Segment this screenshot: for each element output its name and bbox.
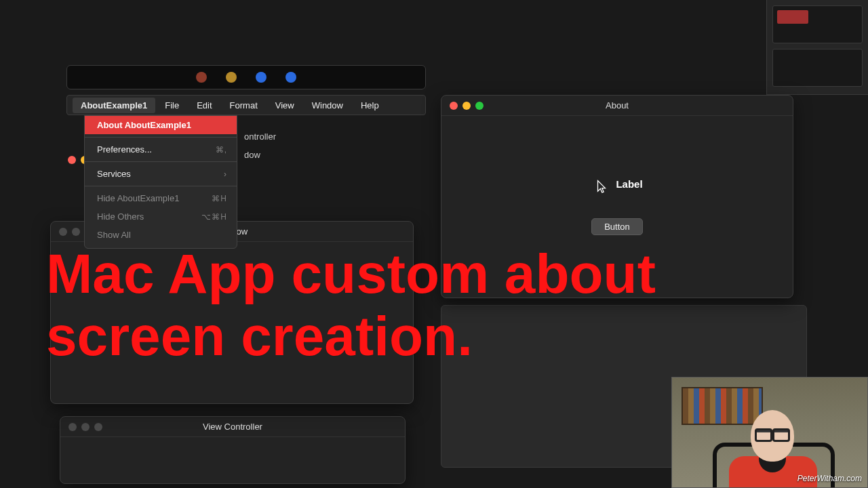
outline-row[interactable]: dow (237, 146, 346, 164)
zoom-dot[interactable] (94, 423, 102, 431)
menu-separator (85, 186, 237, 186)
menu-item[interactable]: Preferences...⌘, (85, 140, 237, 159)
menu-item-edit[interactable]: Edit (189, 98, 220, 113)
cursor-icon (596, 180, 607, 195)
preview-thumbnail (772, 5, 863, 43)
menu-shortcut: ⌥⌘H (201, 212, 227, 222)
webcam-credit: PeterWitham.com (797, 474, 862, 483)
menu-separator (85, 137, 237, 138)
xcode-toolbar (66, 65, 426, 89)
menu-item[interactable]: Hide AboutExample1⌘H (85, 189, 237, 207)
about-window[interactable]: About Label Button (441, 95, 793, 298)
menu-item-label: Preferences... (97, 144, 152, 155)
app-menubar: AboutExample1FileEditFormatViewWindowHel… (66, 95, 426, 115)
menu-item-format[interactable]: Format (222, 98, 266, 113)
window-title: View Controller (60, 422, 405, 432)
chevron-right-icon: › (224, 169, 227, 179)
about-button[interactable]: Button (591, 218, 643, 235)
window-title: About (441, 100, 793, 110)
menu-item-file[interactable]: File (157, 98, 187, 113)
menu-item-label: Services (97, 169, 131, 179)
menu-item[interactable]: Hide Others⌥⌘H (85, 207, 237, 226)
outline-row[interactable]: ontroller (237, 127, 346, 146)
minimize-dot[interactable] (81, 423, 90, 431)
preview-thumbnail (772, 49, 863, 87)
stop-icon[interactable] (196, 72, 207, 83)
preview-pane (766, 0, 868, 95)
menu-item-label: About AboutExample1 (97, 120, 191, 130)
menu-shortcut: ⌘, (216, 145, 227, 155)
window-titlebar[interactable]: About (441, 96, 793, 116)
menu-item-window[interactable]: Window (304, 98, 351, 113)
menu-item[interactable]: Services› (85, 165, 237, 183)
webcam-overlay: PeterWitham.com (671, 377, 868, 488)
menu-separator (85, 161, 237, 162)
menu-item[interactable]: About AboutExample1 (85, 116, 237, 134)
warn-icon[interactable] (226, 72, 237, 83)
minimize-dot[interactable] (462, 102, 471, 110)
menu-item-aboutexample1[interactable]: AboutExample1 (73, 98, 155, 113)
close-dot[interactable] (68, 156, 76, 164)
minimize-dot[interactable] (72, 228, 80, 236)
menu-item[interactable]: Show All (85, 226, 237, 244)
menu-shortcut: ⌘H (212, 194, 227, 203)
app-menu-dropdown: About AboutExample1Preferences...⌘,Servi… (84, 115, 237, 249)
outline-hint: ontroller dow (237, 127, 346, 164)
menu-item-label: Hide AboutExample1 (97, 193, 179, 203)
canvas-view-controller-panel[interactable]: View Controller (60, 416, 406, 484)
close-dot[interactable] (68, 423, 77, 431)
gear-icon[interactable] (256, 72, 267, 83)
cube-icon[interactable] (285, 72, 296, 83)
menu-item-label: Show All (97, 230, 131, 240)
close-dot[interactable] (59, 228, 67, 236)
zoom-dot[interactable] (475, 102, 484, 110)
menu-item-view[interactable]: View (267, 98, 302, 113)
window-titlebar[interactable]: View Controller (60, 417, 405, 437)
menu-item-help[interactable]: Help (353, 98, 387, 113)
close-dot[interactable] (450, 102, 458, 110)
about-label[interactable]: Label (616, 178, 642, 190)
menu-item-label: Hide Others (97, 211, 144, 222)
